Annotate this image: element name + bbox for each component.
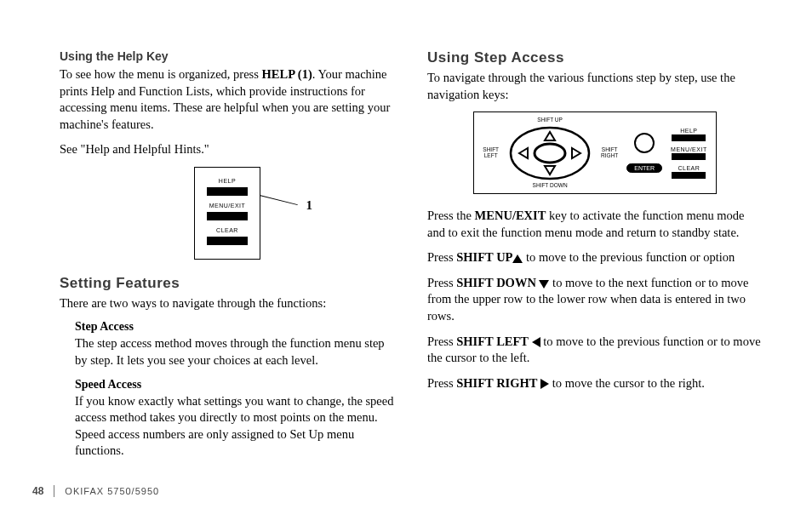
shift-left-bold: SHIFT LEFT [456, 334, 529, 348]
text: to move the cursor to the right. [549, 376, 705, 390]
text: to move to the previous function or opti… [523, 250, 735, 264]
shift-down-label: SHIFT DOWN [533, 183, 568, 189]
figure-1: HELP MENU/EXIT CLEAR 1 [60, 167, 395, 260]
footer-divider [54, 485, 54, 497]
triangle-down-icon [539, 280, 549, 289]
speed-access-label: Speed Access [75, 378, 395, 392]
triangle-left-icon [532, 337, 540, 347]
help-button-icon [672, 134, 706, 141]
shift-right-paragraph: Press SHIFT RIGHT to move the cursor to … [427, 375, 763, 392]
menu-exit-button-icon [207, 212, 248, 220]
step-access-block: Step Access The step access method moves… [60, 320, 395, 459]
setting-features-heading: Setting Features [60, 275, 395, 292]
enter-ring-icon [634, 133, 655, 153]
menu-exit-button-label: MENU/EXIT [207, 203, 248, 209]
svg-marker-4 [519, 148, 528, 158]
clear-button-icon [207, 237, 248, 245]
help-button-label: HELP [207, 178, 248, 184]
svg-marker-2 [545, 132, 555, 140]
model-name: OKIFAX 5750/5950 [65, 486, 159, 496]
page-number: 48 [32, 485, 43, 497]
shift-left-paragraph: Press SHIFT LEFT to move to the previous… [427, 334, 763, 367]
using-step-access-intro: To navigate through the various function… [427, 70, 763, 103]
text: Press [427, 376, 456, 390]
speed-access-text: If you know exactly what settings you wa… [75, 393, 395, 460]
shift-right-bold: SHIFT RIGHT [456, 376, 537, 390]
menu-exit-paragraph: Press the MENU/EXIT key to activate the … [427, 208, 763, 241]
right-column: Using Step Access To navigate through th… [427, 49, 763, 468]
right-button-stack: HELP MENU/EXIT CLEAR [671, 128, 707, 179]
button-panel: HELP MENU/EXIT CLEAR 1 [194, 167, 260, 260]
text: Press [427, 334, 456, 348]
clear-label: CLEAR [678, 165, 700, 171]
text: Press [427, 276, 456, 289]
shift-down-bold: SHIFT DOWN [456, 276, 536, 289]
shift-left-label: SHIFT LEFT [483, 147, 499, 158]
shift-up-bold: SHIFT UP [456, 250, 512, 264]
triangle-up-icon [512, 254, 523, 263]
svg-point-0 [511, 128, 589, 179]
figure-2: SHIFT LEFT SHIFT UP SHIFT DOWN SHIFT RIG… [427, 111, 763, 194]
setting-features-intro: There are two ways to navigate through t… [60, 295, 395, 312]
callout-number: 1 [306, 198, 313, 213]
help-key-heading: Using the Help Key [60, 49, 395, 63]
svg-marker-3 [545, 166, 555, 174]
shift-up-paragraph: Press SHIFT UP to move to the previous f… [427, 249, 763, 266]
using-step-access-heading: Using Step Access [427, 49, 763, 66]
direction-pad: SHIFT UP SHIFT DOWN [507, 117, 592, 188]
help-key-bold: HELP (1) [262, 67, 312, 81]
svg-point-1 [535, 144, 565, 163]
enter-block: ENTER [626, 133, 662, 173]
text: To see how the menu is organized, press [60, 67, 262, 81]
step-access-label: Step Access [75, 320, 395, 334]
menu-exit-label: MENU/EXIT [671, 146, 707, 152]
dpad-icon [507, 123, 592, 183]
svg-marker-5 [572, 148, 580, 158]
help-key-paragraph-1: To see how the menu is organized, press … [60, 66, 395, 133]
page-footer: 48 OKIFAX 5750/5950 [32, 485, 159, 497]
shift-right-label: SHIFT RIGHT [601, 147, 618, 158]
triangle-right-icon [540, 379, 549, 389]
text: Press the [427, 209, 475, 222]
callout-line [260, 195, 298, 205]
step-access-text: The step access method moves through the… [75, 335, 395, 369]
help-button-icon [207, 187, 248, 196]
help-label: HELP [680, 128, 697, 134]
left-column: Using the Help Key To see how the menu i… [60, 49, 395, 468]
clear-button-label: CLEAR [207, 227, 248, 233]
menu-exit-bold: MENU/EXIT [475, 209, 546, 222]
help-key-paragraph-2: See "Help and Helpful Hints." [60, 141, 395, 158]
shift-down-paragraph: Press SHIFT DOWN to move to the next fun… [427, 275, 763, 325]
text: Press [427, 250, 456, 264]
menu-exit-button-icon [672, 153, 706, 160]
nav-panel: SHIFT LEFT SHIFT UP SHIFT DOWN SHIFT RIG… [473, 111, 716, 194]
enter-label: ENTER [626, 163, 662, 173]
clear-button-icon [672, 172, 706, 179]
